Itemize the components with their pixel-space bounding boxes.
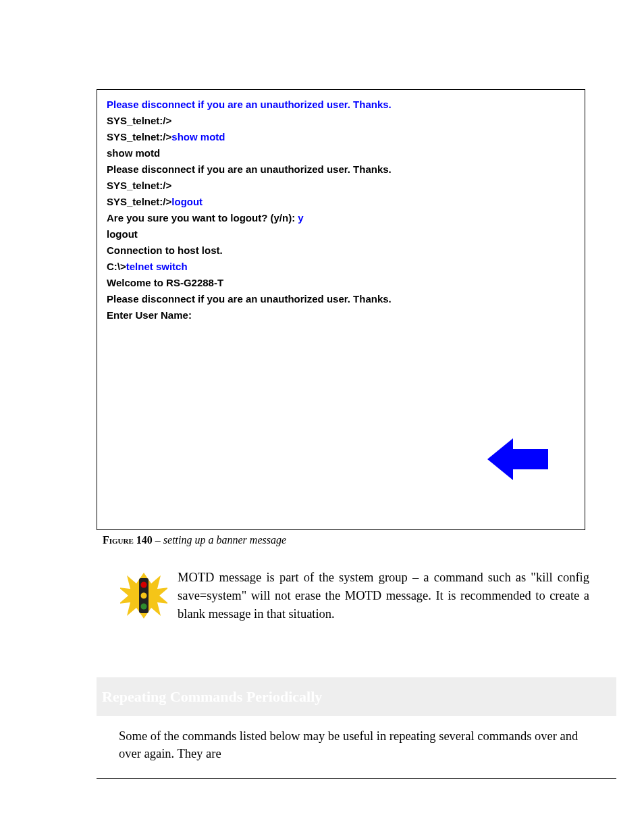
svg-marker-0 xyxy=(487,438,548,480)
figure-number: Figure 140 xyxy=(103,534,153,546)
figure-title: setting up a banner message xyxy=(163,534,286,546)
term-line: Enter User Name: xyxy=(107,307,575,323)
term-line: Connection to host lost. xyxy=(107,242,575,259)
term-line: SYS_telnet:/>show motd xyxy=(107,129,575,145)
traffic-light-icon xyxy=(120,569,167,623)
term-line: Please disconnect if you are an unauthor… xyxy=(107,291,575,307)
svg-point-4 xyxy=(141,593,147,599)
figure-caption: Figure 140 – setting up a banner message xyxy=(103,534,286,546)
term-line: SYS_telnet:/> xyxy=(107,178,575,194)
term-line: Are you sure you want to logout? (y/n): … xyxy=(107,210,575,226)
term-input: y xyxy=(298,212,303,224)
svg-point-3 xyxy=(141,582,147,588)
term-line: logout xyxy=(107,226,575,242)
caption-dash: – xyxy=(153,534,163,546)
term-command: telnet switch xyxy=(126,261,188,272)
term-command: show motd xyxy=(171,131,225,142)
term-line: Please disconnect if you are an unauthor… xyxy=(107,97,575,113)
terminal-output-box: Please disconnect if you are an unauthor… xyxy=(97,89,585,530)
term-line: C:\>telnet switch xyxy=(107,259,575,275)
term-line: show motd xyxy=(107,145,575,161)
section-heading-bar: Repeating Commands Periodically xyxy=(97,677,616,716)
term-line: SYS_telnet:/> xyxy=(107,113,575,129)
term-prompt: SYS_telnet:/> xyxy=(107,131,171,142)
term-command: logout xyxy=(171,196,203,207)
footer-right: page xyxy=(597,783,616,795)
term-prompt: C:\> xyxy=(107,261,126,272)
footer-rule xyxy=(97,778,616,779)
term-prompt: SYS_telnet:/> xyxy=(107,196,171,207)
footer-left: Chapter XX – (chapter title) xyxy=(97,783,211,795)
term-line: SYS_telnet:/>logout xyxy=(107,194,575,210)
note-text: MOTD message is part of the system group… xyxy=(178,569,589,623)
left-arrow-icon xyxy=(487,437,548,481)
section-heading-text: Repeating Commands Periodically xyxy=(102,688,322,706)
page: Please disconnect if you are an unauthor… xyxy=(0,0,644,834)
term-line: Welcome to RS-G2288-T xyxy=(107,275,575,291)
term-line: Please disconnect if you are an unauthor… xyxy=(107,161,575,178)
svg-point-5 xyxy=(141,604,147,610)
body-paragraph: Some of the commands listed below may be… xyxy=(119,728,591,763)
term-blue-text: Please disconnect if you are an unauthor… xyxy=(107,99,392,110)
term-prompt: Are you sure you want to logout? (y/n): xyxy=(107,212,298,224)
